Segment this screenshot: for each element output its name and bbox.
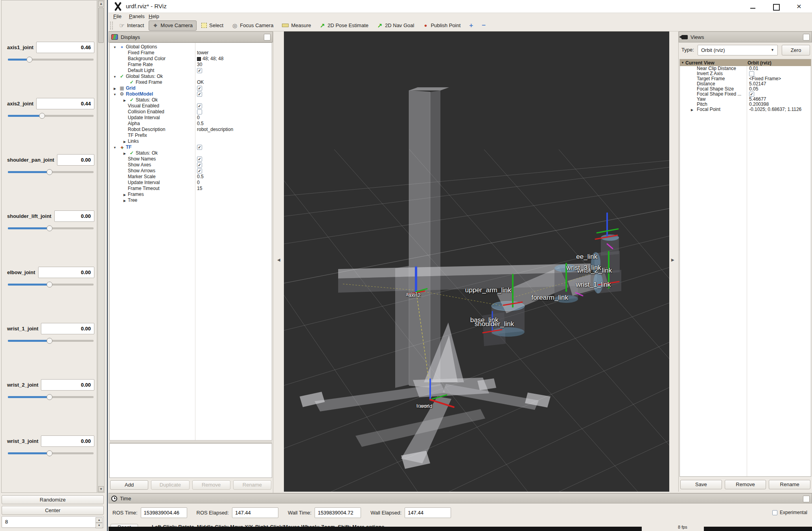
checkbox[interactable] <box>772 510 777 515</box>
toolbar-tool-button[interactable]: Interact <box>115 20 148 31</box>
property-value[interactable]: 0.01 <box>748 66 758 71</box>
view-type-dropdown[interactable]: Orbit (rviz) ▼ <box>698 45 778 55</box>
expand-arrow-icon[interactable] <box>122 150 128 157</box>
scrollbar-down-icon[interactable]: ▼ <box>98 486 104 492</box>
display-tree-row[interactable]: Grid <box>110 85 272 91</box>
displays-panel-header[interactable]: Displays <box>109 31 273 42</box>
property-value[interactable]: 0.5 <box>195 121 204 127</box>
display-tree-row[interactable]: Frame Timeout 15 <box>110 186 272 192</box>
display-tree-row[interactable]: Status: Ok <box>110 150 272 156</box>
joint-panel-scrollbar[interactable]: ▲ ▼ <box>98 0 105 493</box>
joint-slider[interactable] <box>8 340 94 342</box>
menu-help[interactable]: Help <box>149 13 159 19</box>
joint-slider-handle[interactable] <box>46 169 52 175</box>
toolbar-tool-button[interactable]: Measure <box>278 20 315 31</box>
center-button[interactable]: Center <box>2 506 104 515</box>
checkbox[interactable] <box>197 168 202 173</box>
expand-arrow-icon[interactable] <box>112 44 118 50</box>
display-tree-row[interactable]: TF Prefix <box>110 133 272 138</box>
property-value[interactable] <box>195 86 202 91</box>
toolbar-tool-button[interactable]: 2D Pose Estimate <box>316 20 372 31</box>
display-tree-row[interactable]: Global Options <box>110 44 272 50</box>
checkbox[interactable] <box>197 86 202 91</box>
checkbox[interactable] <box>197 157 202 162</box>
expand-arrow-icon[interactable] <box>122 192 128 198</box>
rate-spinbox[interactable]: ▲ ▼ <box>2 516 104 528</box>
property-value[interactable]: 0.05 <box>748 87 758 92</box>
scrollbar-thumb[interactable] <box>98 7 104 43</box>
minimize-icon[interactable] <box>748 3 757 10</box>
property-value[interactable] <box>195 103 202 109</box>
displays-action-button[interactable]: Duplicate <box>151 480 189 490</box>
property-value[interactable]: 15 <box>195 186 202 192</box>
property-value[interactable] <box>195 109 202 114</box>
display-tree-row[interactable]: Update Interval 0 <box>110 115 272 121</box>
display-tree-row[interactable]: Show Axes <box>110 162 272 168</box>
add-tool-button[interactable]: + <box>465 22 477 30</box>
joint-value-input[interactable] <box>38 267 95 278</box>
joint-slider[interactable] <box>8 396 94 398</box>
menu-panels[interactable]: Panels <box>129 13 145 19</box>
joint-slider-handle[interactable] <box>39 113 45 119</box>
display-tree-row[interactable]: Collision Enabled <box>110 109 272 115</box>
joint-value-input[interactable] <box>36 42 94 53</box>
display-tree-row[interactable]: Tree <box>110 197 272 203</box>
property-value[interactable]: OK <box>195 79 204 85</box>
remove-tool-button[interactable]: − <box>478 22 490 30</box>
property-value[interactable] <box>195 68 202 73</box>
expand-arrow-icon[interactable]: ▼ <box>680 61 685 65</box>
toolbar-tool-button[interactable]: Select <box>197 20 227 31</box>
toolbar-tool-button[interactable]: 2D Nav Goal <box>373 20 418 31</box>
property-value[interactable] <box>195 162 202 168</box>
displays-action-button[interactable]: Add <box>110 480 148 490</box>
display-tree-row[interactable]: Marker Scale 0.5 <box>110 174 272 180</box>
collapse-left-panel-icon[interactable]: ◀ <box>277 258 280 262</box>
joint-value-input[interactable] <box>36 98 94 109</box>
views-action-button[interactable]: Remove <box>725 480 766 489</box>
displays-action-button[interactable]: Rename <box>233 480 271 490</box>
joint-slider-handle[interactable] <box>46 225 52 231</box>
toolbar-tool-button[interactable]: Move Camera <box>149 20 197 31</box>
expand-arrow-icon[interactable] <box>112 91 118 98</box>
display-tree-row[interactable]: Status: Ok <box>110 97 272 103</box>
experimental-toggle[interactable]: Experimental <box>772 510 807 515</box>
scrollbar-up-icon[interactable]: ▲ <box>98 1 104 7</box>
time-field-input[interactable] <box>315 507 361 518</box>
collapse-right-panel-icon[interactable]: ▶ <box>671 258 674 262</box>
property-value[interactable]: 0 <box>195 180 200 186</box>
rate-spinbox-input[interactable] <box>2 516 88 527</box>
expand-arrow-icon[interactable] <box>112 74 118 80</box>
views-panel-header[interactable]: Views <box>679 31 812 42</box>
property-value[interactable]: tower <box>195 50 208 56</box>
time-field-input[interactable] <box>405 507 451 518</box>
time-field-input[interactable] <box>232 507 278 518</box>
joint-slider[interactable] <box>8 115 94 117</box>
joint-value-input[interactable] <box>54 210 94 222</box>
checkbox[interactable] <box>197 145 202 150</box>
display-tree-row[interactable]: Show Arrows <box>110 168 272 174</box>
current-view-header[interactable]: ▼ Current View Orbit (rviz) <box>680 59 811 66</box>
joint-slider-handle[interactable] <box>26 57 32 63</box>
display-tree-row[interactable]: Frame Rate 30 <box>110 62 272 68</box>
display-tree-row[interactable]: Links <box>110 138 272 144</box>
display-tree-row[interactable]: Background Color 48; 48; 48 <box>110 56 272 62</box>
toolbar-tool-button[interactable]: Publish Point <box>419 20 464 31</box>
randomize-button[interactable]: Randomize <box>2 495 104 504</box>
checkbox[interactable] <box>197 109 202 114</box>
spin-down-icon[interactable]: ▼ <box>96 523 103 528</box>
menu-file[interactable]: File <box>113 13 122 19</box>
display-tree-row[interactable]: Alpha 0.5 <box>110 121 272 127</box>
expand-arrow-icon[interactable] <box>112 144 118 151</box>
panel-float-button[interactable] <box>803 34 810 41</box>
joint-slider[interactable] <box>8 171 94 173</box>
property-value[interactable] <box>195 145 202 150</box>
display-tree-row[interactable]: RobotModel <box>110 91 272 97</box>
display-tree-row[interactable]: Robot Description robot_description <box>110 127 272 133</box>
property-value[interactable]: 0 <box>195 115 200 121</box>
property-value[interactable]: 0.5 <box>195 174 204 180</box>
displays-action-button[interactable]: Remove <box>192 480 230 490</box>
toolbar-drag-handle[interactable] <box>110 22 113 30</box>
display-tree-row[interactable]: TF <box>110 144 272 150</box>
panel-float-button[interactable] <box>803 496 810 502</box>
expand-arrow-icon[interactable] <box>691 107 697 112</box>
